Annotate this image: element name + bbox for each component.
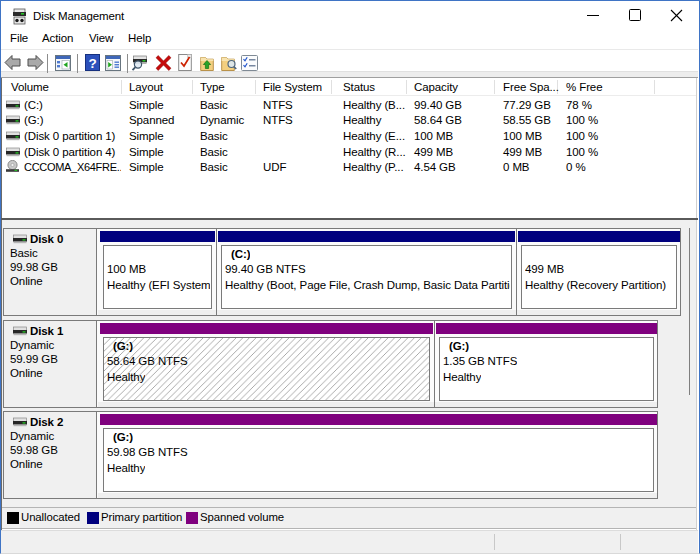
svg-text:?: ? [88,56,96,71]
